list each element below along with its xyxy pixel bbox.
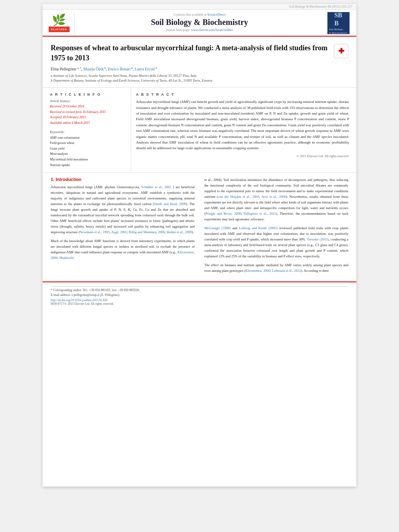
keywords-section: Keywords: AMF root colonization Field-gr… — [50, 130, 126, 168]
article-info-column: A R T I C L E I N F O Article history: R… — [43, 88, 131, 173]
journal-title: Soil Biology & Biochemistry — [78, 18, 321, 27]
homepage-url[interactable]: www.elsevier.com/locate/soilbio — [191, 28, 233, 32]
history-label: Article history: — [50, 99, 126, 103]
issn-line: 0038-0717/© 2015 Elsevier Ltd. All right… — [51, 302, 114, 306]
email-line: E-mail address: e.pellegrino@sssup.it (E… — [51, 293, 348, 297]
col2-continuation: et al., 2004). Soil sterilization minimi… — [204, 177, 348, 273]
body-para-2: Much of the knowledge about AMF function… — [51, 238, 195, 261]
intro-section: 1. Introduction Arbuscular mycorrhizal f… — [51, 177, 195, 261]
body-text-area: 1. Introduction Arbuscular mycorrhizal f… — [43, 173, 356, 281]
email-address[interactable]: e.pellegrino@sssup.it — [72, 293, 99, 297]
cite-vanderheijden[interactable]: van der Heijden et al., 2003 — [218, 195, 259, 199]
page-footer: * Corresponding author. Tel.: +39 050 88… — [43, 281, 356, 307]
cite-pellegrino[interactable]: Pellegrino et al., 2011 — [244, 212, 276, 216]
journal-header: 🌿 ELSEVIER Contents lists available at S… — [43, 10, 356, 37]
article-info-abstract: A R T I C L E I N F O Article history: R… — [43, 88, 356, 173]
cite-klironomos2[interactable]: Klironomos, 2000 — [245, 269, 270, 273]
elsevier-label: ELSEVIER — [51, 28, 67, 31]
email-label: E-mail address: — [51, 293, 71, 297]
received-line: Received 29 October 2014 — [50, 104, 126, 109]
body-para-col2-2: McGonigle (1988) and Lekberg and Koide (… — [204, 225, 348, 259]
affil-marker-a3: a — [155, 66, 157, 70]
article-title-section: ✚ Responses of wheat to arbuscular mycor… — [43, 37, 356, 88]
cite-lekberg[interactable]: Lekberg and Koide (2005) — [239, 226, 278, 230]
body-para-col2-3: The effect on biomass and nutrient uptak… — [204, 262, 348, 273]
article-title: Responses of wheat to arbuscular mycorrh… — [51, 43, 348, 63]
author-ercoli[interactable]: Laura Ercoli — [135, 67, 155, 72]
cite-bedini[interactable]: Bedini et al., 2009 — [167, 230, 192, 234]
affil-marker-a1: a, * — [77, 66, 81, 70]
body-para-col2-1: et al., 2004). Soil sterilization minimi… — [204, 177, 348, 222]
keyword-1: AMF root colonization — [50, 135, 126, 141]
received-revised-line: Received in revised form 16 February 201… — [50, 109, 126, 115]
cite-pringle[interactable]: Pringle and Bever, 2008 — [206, 212, 241, 216]
corresponding-author-note: * Corresponding author. Tel.: +39 050 88… — [51, 288, 348, 292]
corresponding-label: * Corresponding author. Tel.: +39 050 88… — [51, 288, 140, 292]
keyword-3: Grain yield — [50, 146, 126, 152]
email-note: (E. Pellegrino). — [100, 293, 120, 297]
cite-auge[interactable]: Augé, 2001 — [111, 230, 127, 234]
sb-subtitle: Soil Biology& Biochemistry — [329, 28, 348, 35]
abstract-column: A B S T R A C T Arbuscular mycorrhizal f… — [131, 88, 356, 173]
crossmark-badge[interactable]: ✚ — [334, 44, 348, 58]
cite-schussler[interactable]: Schüßler et al., 2001 — [141, 185, 171, 189]
affiliations: a Institute of Life Sciences, Scuola Sup… — [51, 73, 348, 84]
cite-lehmann[interactable]: Lehmann et al., 2012 — [272, 269, 301, 273]
footer-divider — [51, 286, 348, 287]
accepted-line: Accepted 18 February 2015 — [50, 115, 126, 120]
cite-rillig[interactable]: Rillig and Mummey, 2006 — [129, 230, 165, 234]
tree-icon: 🌿 — [52, 14, 66, 26]
cite-newsham[interactable]: Newsham et al., 1995 — [80, 230, 109, 234]
two-col-body: 1. Introduction Arbuscular mycorrhizal f… — [51, 177, 348, 273]
article-info-label: A R T I C L E I N F O — [50, 92, 126, 97]
citation-bar: Soil Biology & Biochemistry 84 (2015) 21… — [43, 4, 356, 10]
citation-text: Soil Biology & Biochemistry 84 (2015) 21… — [289, 5, 352, 8]
footer-links: http://dx.doi.org/10.1016/j.soilbio.2015… — [51, 298, 348, 306]
cite-mcgonigle[interactable]: McGonigle (1988) — [204, 226, 230, 230]
journal-meta-top: Contents lists available at ScienceDirec… — [78, 13, 321, 16]
cite-munkvold[interactable]: Munkvold — [60, 256, 74, 260]
received-date: Received 29 October 2014 Received in rev… — [50, 104, 126, 125]
keyword-5: Mycorrhizal field inoculation — [50, 157, 126, 162]
journal-logo-right: SBB Soil Biology& Biochemistry — [324, 12, 352, 34]
sb-letters: SBB — [334, 11, 342, 28]
contents-available-label: Contents lists available at — [174, 13, 207, 16]
intro-heading: 1. Introduction — [51, 177, 195, 182]
author-bonari[interactable]: Enrico Bonari — [108, 67, 130, 72]
available-line: Available online 4 March 2015 — [50, 120, 126, 126]
author-opik[interactable]: Maarja Õpik — [83, 67, 104, 72]
abstract-label: A B S T R A C T — [136, 92, 349, 97]
author-pellegrino: Elisa Pellegrino — [51, 67, 77, 72]
authors-line: Elisa Pellegrino a, *, Maarja Õpik b, En… — [51, 66, 348, 71]
elsevier-logo: 🌿 ELSEVIER — [47, 12, 75, 34]
abstract-text: Arbuscular mycorrhizal fungi (AMF) can b… — [136, 99, 349, 151]
sb-logo-box: SBB Soil Biology& Biochemistry — [327, 12, 350, 34]
affiliation-a: a Institute of Life Sciences, Scuola Sup… — [51, 73, 348, 78]
affiliation-b: b Department of Botany, Institute of Eco… — [51, 78, 348, 83]
homepage-label: journal homepage: — [166, 28, 190, 32]
body-para-1: Arbuscular mycorrhizal fungi (AMF, phylu… — [51, 184, 195, 235]
history-group: Article history: Received 29 October 201… — [50, 99, 126, 125]
elsevier-logo-box: ELSEVIER — [49, 27, 70, 32]
journal-homepage: journal homepage: www.elsevier.com/locat… — [78, 28, 321, 32]
cite-treseder[interactable]: Treseder (2013) — [307, 237, 329, 241]
keyword-2: Field-grown wheat — [50, 140, 126, 146]
journal-center: Contents lists available at ScienceDirec… — [78, 12, 321, 34]
doi-link[interactable]: http://dx.doi.org/10.1016/j.soilbio.2015… — [51, 298, 107, 302]
keyword-4: Meta-analysis — [50, 151, 126, 157]
cite-smith-read[interactable]: Smith and Read, 2008 — [154, 202, 186, 206]
keyword-6: Nutrient uptake — [50, 162, 126, 168]
keywords-title: Keywords: — [50, 130, 126, 134]
page: Soil Biology & Biochemistry 84 (2015) 21… — [43, 4, 356, 487]
science-direct-link[interactable]: ScienceDirect — [208, 13, 226, 16]
copyright-line: © 2015 Elsevier Ltd. All rights reserved… — [136, 154, 349, 158]
cite-avio[interactable]: Avio et al., 2006 — [261, 195, 286, 199]
